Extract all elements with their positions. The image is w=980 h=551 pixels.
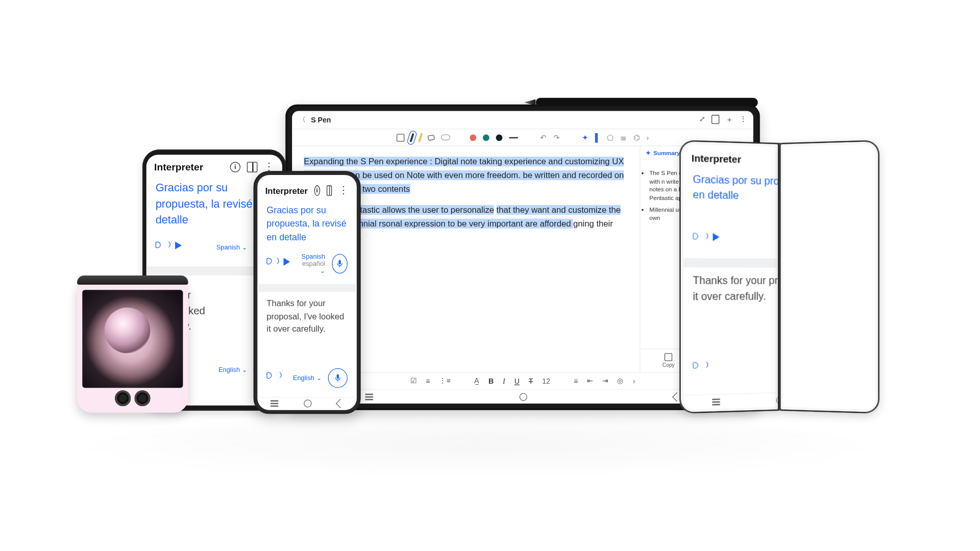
nav-home-icon[interactable] [304, 400, 311, 408]
more-icon[interactable] [264, 162, 274, 172]
play-icon[interactable] [175, 241, 187, 253]
camera-lens-icon [135, 390, 151, 406]
speaker-icon[interactable] [266, 372, 278, 384]
note-title: S Pen [311, 116, 699, 123]
nav-recent-icon[interactable] [270, 403, 278, 405]
color-swatch-2[interactable] [483, 134, 489, 141]
text-color-icon[interactable]: A̲ [474, 377, 479, 385]
mic-button[interactable] [328, 368, 348, 388]
italic-icon[interactable]: I [503, 377, 505, 385]
highlighter-tool-icon[interactable] [418, 133, 423, 142]
play-icon[interactable] [713, 233, 725, 245]
interpreter-title: Interpreter [265, 186, 308, 195]
back-icon[interactable]: 〈 [299, 115, 306, 124]
bookmark-icon[interactable]: ▌ [595, 134, 601, 141]
fold-device: Interpreter Gracias por su propuesta, la… [680, 143, 878, 411]
speaker-icon[interactable] [693, 233, 705, 245]
flip-cover-screen[interactable] [82, 290, 183, 388]
redo-icon[interactable]: ↷ [553, 134, 560, 141]
divider [257, 284, 357, 292]
pen-tool-icon[interactable] [409, 133, 414, 142]
phone-device: Interpreter Gracias por su propuesta, la… [254, 171, 361, 414]
target-language-selector[interactable]: English ⌄ [218, 366, 248, 374]
eraser-tool-icon[interactable] [427, 134, 434, 140]
play-icon[interactable] [284, 258, 293, 269]
align-left-icon[interactable]: ≡ [574, 377, 578, 385]
align-icon[interactable]: ≣ [620, 134, 627, 141]
speaker-icon[interactable] [156, 241, 167, 253]
color-swatch-3[interactable] [496, 134, 502, 141]
target-language-selector[interactable]: English ⌄ [293, 374, 323, 382]
info-icon[interactable] [314, 185, 320, 195]
nav-recent-icon[interactable] [365, 396, 373, 397]
translated-text: Gracias por su propuesta, la revisé en d… [266, 204, 348, 243]
more-icon[interactable]: ⋮ [740, 115, 747, 124]
note-p2-c: rsonal expression to be very important a… [379, 219, 573, 229]
expand-icon[interactable]: ⤢ [699, 115, 705, 124]
undo-icon[interactable]: ↶ [540, 134, 547, 141]
more-tools-icon[interactable]: › [646, 134, 649, 141]
text-icon[interactable]: ⌬ [633, 134, 640, 141]
nav-recent-icon[interactable] [712, 401, 720, 403]
stroke-width-icon[interactable] [509, 137, 518, 138]
bold-icon[interactable]: B [488, 377, 494, 385]
original-text: Thanks for your proposal, I've looked it… [266, 297, 348, 336]
split-view-icon[interactable] [326, 185, 332, 195]
select-tool-icon[interactable] [397, 134, 404, 141]
attach-icon[interactable]: ◎ [617, 377, 624, 385]
underline-icon[interactable]: U [514, 377, 520, 385]
ai-summary-icon[interactable]: ✦ [582, 133, 589, 142]
sparkle-icon: ✦ [646, 150, 651, 157]
add-icon[interactable]: ＋ [726, 115, 733, 124]
flip-phone-device [77, 276, 188, 413]
indent-icon[interactable]: ⇤ [587, 377, 593, 385]
checklist-icon[interactable]: ☑ [410, 377, 417, 385]
font-size-value[interactable]: 12 [542, 377, 550, 385]
speaker-icon[interactable] [693, 362, 705, 374]
nav-back-icon[interactable] [336, 399, 345, 408]
strike-icon[interactable]: T [529, 377, 533, 385]
floor-shadow [65, 411, 889, 490]
lasso-tool-icon[interactable] [441, 135, 450, 141]
notes-header: 〈 S Pen ⤢ ＋ ⋮ [292, 111, 753, 129]
info-icon[interactable] [230, 162, 240, 172]
color-swatch-1[interactable] [470, 134, 476, 141]
nav-home-icon[interactable] [520, 393, 527, 400]
speaker-icon[interactable] [266, 258, 276, 269]
shape-icon[interactable]: ⬠ [607, 134, 614, 141]
copy-icon [665, 353, 672, 361]
camera-lens-icon [115, 390, 131, 406]
flip-hinge [77, 276, 188, 285]
numbered-list-icon[interactable]: ≡ [426, 377, 430, 385]
outdent-icon[interactable]: ⇥ [602, 377, 608, 385]
source-language-selector[interactable]: Spanish ⌄ [216, 243, 249, 251]
interpreter-title: Interpreter [154, 161, 224, 172]
split-view-icon[interactable] [247, 162, 257, 172]
more-icon[interactable] [338, 185, 349, 195]
source-language-selector[interactable]: Spanish español ⌄ [301, 253, 327, 274]
page-icon[interactable] [712, 115, 719, 124]
phone-navbar [257, 397, 357, 410]
more-format-icon[interactable]: › [633, 377, 635, 385]
mic-button[interactable] [332, 254, 348, 273]
bullet-list-icon[interactable]: ⋮≡ [439, 377, 450, 385]
